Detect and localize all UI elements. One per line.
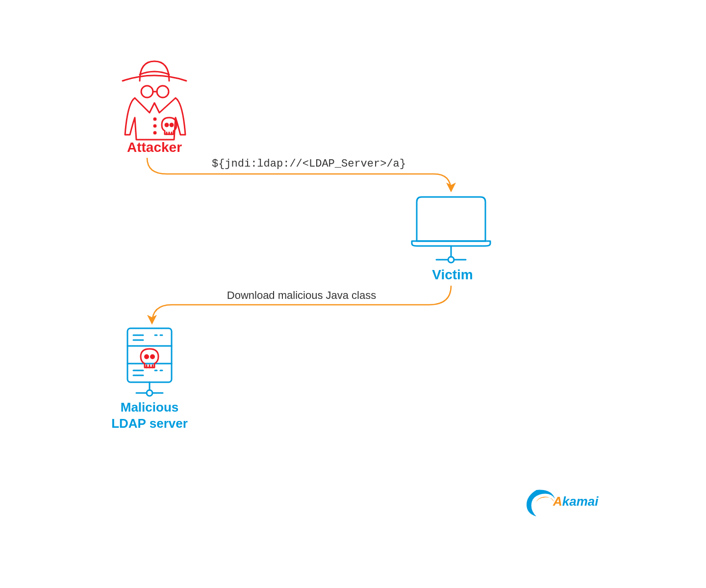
akamai-wordmark: Akamai [553, 494, 599, 509]
diagram-stage: Attacker Victim [0, 0, 706, 588]
akamai-logo [0, 0, 706, 588]
